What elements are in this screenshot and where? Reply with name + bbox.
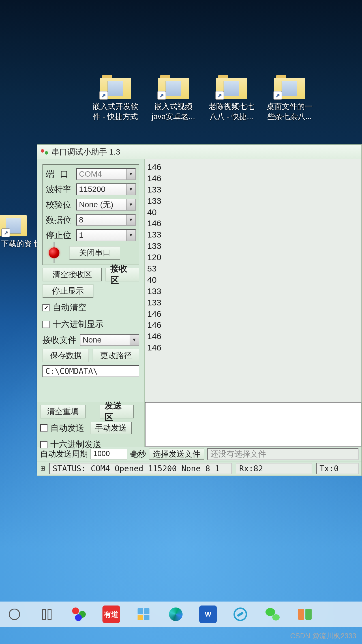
period-label: 自动发送周期 <box>40 449 88 459</box>
shortcut-arrow-icon: ↗ <box>273 91 282 100</box>
desktop-shortcut-3[interactable]: ↗ 桌面文件的一 些杂七杂八... <box>262 75 317 122</box>
titlebar[interactable]: 串口调试小助手 1.3 <box>37 145 361 159</box>
shortcut-arrow-icon: ↗ <box>1 228 10 237</box>
icon-label: 桌面文件的一 些杂七杂八... <box>267 101 312 122</box>
status-bar: ⊞ STATUS: COM4 Opened 115200 None 8 1 Rx… <box>37 461 361 476</box>
auto-clear-label: 自动清空 <box>53 302 87 313</box>
connection-led-icon <box>49 247 59 258</box>
period-input[interactable]: 1000 <box>91 449 127 459</box>
baud-select[interactable]: 115200▼ <box>76 183 136 195</box>
receive-line: 133 <box>147 240 359 252</box>
dropdown-arrow-icon: ▼ <box>126 199 135 210</box>
baud-label: 波特率 <box>46 184 73 195</box>
dropdown-arrow-icon: ▼ <box>130 335 139 345</box>
youdao-icon[interactable]: 有道 <box>102 606 120 623</box>
multi-desktop-icon[interactable] <box>296 606 314 623</box>
desktop-shortcut-2[interactable]: ↗ 老陈视频七七 八八 - 快捷... <box>204 75 259 122</box>
wechat-icon[interactable] <box>264 606 281 623</box>
rx-counter: Rx:82 <box>236 463 312 474</box>
checkbox-icon <box>40 441 48 448</box>
period-unit-label: 毫秒 <box>130 449 146 459</box>
send-panel: 清空重填 发送区 自动发送 手动发送 十六进制发送 自动发送周期 1000 毫秒… <box>37 402 362 476</box>
desktop-shortcut-1[interactable]: ↗ 嵌入式视频 java安卓老... <box>146 75 201 122</box>
desktop-shortcut-0[interactable]: ↗ 嵌入式开发软 件 - 快捷方式 <box>88 75 143 122</box>
folder-icon: ↗ <box>0 215 27 236</box>
hex-display-checkbox-row[interactable]: 十六进制显示 <box>42 317 139 331</box>
wps-icon[interactable]: W <box>199 606 217 623</box>
baidu-netdisk-icon[interactable] <box>70 606 88 623</box>
tx-counter: Tx:0 <box>316 463 359 474</box>
receive-line: 146 <box>147 173 359 184</box>
folder-icon: ↗ <box>274 75 305 99</box>
receive-line: 40 <box>147 274 359 286</box>
send-text-area[interactable] <box>145 402 361 447</box>
checkbox-icon <box>40 424 48 432</box>
checkbox-icon <box>42 321 50 328</box>
status-text: STATUS: COM4 Opened 115200 None 8 1 <box>49 463 232 474</box>
auto-send-label: 自动发送 <box>50 422 84 434</box>
receive-line: 146 <box>147 161 359 173</box>
save-data-button[interactable]: 保存数据 <box>42 349 89 362</box>
stopbits-label: 停止位 <box>46 230 73 241</box>
shortcut-arrow-icon: ↗ <box>215 91 224 100</box>
close-port-button[interactable]: 关闭串口 <box>69 246 120 260</box>
file-manager-icon[interactable] <box>135 606 152 623</box>
clear-send-button[interactable]: 清空重填 <box>40 405 85 418</box>
clear-receive-button[interactable]: 清空接收区 <box>42 268 102 281</box>
manual-send-button[interactable]: 手动发送 <box>90 422 132 434</box>
receive-line: 146 <box>147 331 359 342</box>
folder-icon: ↗ <box>158 75 189 99</box>
port-label: 端 口 <box>46 168 73 180</box>
edge-icon[interactable] <box>167 606 185 623</box>
desktop-icon-row: ↗ 嵌入式开发软 件 - 快捷方式 ↗ 嵌入式视频 java安卓老... ↗ 老… <box>88 75 317 122</box>
tool-icon[interactable] <box>232 606 249 623</box>
folder-icon: ↗ <box>216 75 247 99</box>
stop-display-button[interactable]: 停止显示 <box>42 284 93 298</box>
receive-line: 146 <box>147 342 359 353</box>
receive-line: 40 <box>147 207 359 218</box>
receive-line: 146 <box>147 319 359 331</box>
port-settings-group: 端 口 COM4▼ 波特率 115200▼ 校验位 None (无)▼ 数据位 … <box>42 164 139 265</box>
port-select[interactable]: COM4▼ <box>76 168 136 180</box>
receive-line: 133 <box>147 184 359 195</box>
recv-file-select[interactable]: None▼ <box>80 334 139 346</box>
cortana-icon[interactable] <box>6 606 23 623</box>
taskview-icon[interactable] <box>38 606 55 623</box>
path-display: C:\COMDATA\ <box>42 365 139 377</box>
dropdown-arrow-icon: ▼ <box>126 215 135 225</box>
receive-line: 133 <box>147 297 359 308</box>
app-icon <box>41 148 48 156</box>
file-status-display: 还没有选择文件 <box>207 448 359 460</box>
dropdown-arrow-icon: ▼ <box>126 169 135 179</box>
receive-line: 146 <box>147 308 359 320</box>
icon-label: 嵌入式开发软 件 - 快捷方式 <box>93 101 138 122</box>
select-file-button[interactable]: 选择发送文件 <box>149 448 204 460</box>
parity-label: 校验位 <box>46 199 73 211</box>
taskbar: 有道 W <box>0 602 362 627</box>
parity-select[interactable]: None (无)▼ <box>76 199 136 211</box>
icon-label: 老陈视频七七 八八 - 快捷... <box>209 101 254 122</box>
receive-line: 133 <box>147 286 359 297</box>
auto-send-checkbox-row[interactable]: 自动发送 <box>40 422 84 434</box>
databits-select[interactable]: 8▼ <box>76 214 136 226</box>
stopbits-select[interactable]: 1▼ <box>76 229 136 241</box>
dropdown-arrow-icon: ▼ <box>126 184 135 195</box>
databits-label: 数据位 <box>46 214 73 226</box>
shortcut-arrow-icon: ↗ <box>99 91 108 100</box>
recv-file-label: 接收文件 <box>42 334 76 346</box>
auto-clear-checkbox-row[interactable]: ✓ 自动清空 <box>42 301 139 314</box>
hex-display-label: 十六进制显示 <box>53 318 104 330</box>
receive-line: 133 <box>147 195 359 207</box>
icon-label: 嵌入式视频 java安卓老... <box>152 101 195 122</box>
folder-icon: ↗ <box>100 75 131 99</box>
dropdown-arrow-icon: ▼ <box>126 230 135 241</box>
window-title: 串口调试小助手 1.3 <box>52 147 120 157</box>
checkbox-icon: ✓ <box>42 304 50 311</box>
status-icon: ⊞ <box>40 465 45 472</box>
receive-area-label: 接收区 <box>105 268 139 281</box>
receive-line: 146 <box>147 218 359 229</box>
receive-line: 53 <box>147 263 359 274</box>
receive-line: 133 <box>147 229 359 240</box>
change-path-button[interactable]: 更改路径 <box>93 349 139 362</box>
watermark: CSDN @流川枫2333 <box>290 631 356 641</box>
